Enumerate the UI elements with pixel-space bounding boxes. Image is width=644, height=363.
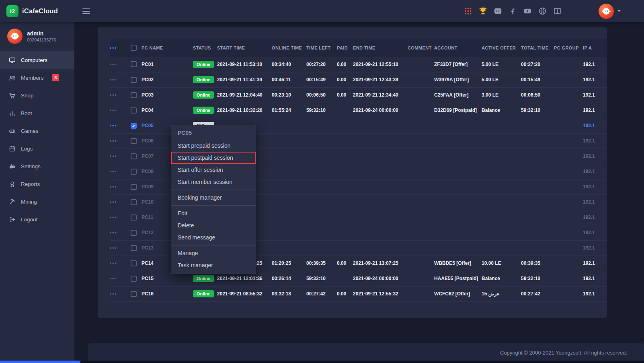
- row-actions-dots[interactable]: •••: [110, 210, 131, 225]
- cell-group: [554, 133, 583, 148]
- row-checkbox[interactable]: ✓: [131, 123, 137, 129]
- sidebar-item-logout[interactable]: Logout: [0, 210, 74, 228]
- cell-comment: [408, 118, 434, 133]
- menu-item-booking-manager[interactable]: Booking manager: [171, 192, 256, 204]
- row-checkbox[interactable]: [131, 138, 137, 144]
- col-header-active-offer[interactable]: ACTIVE OFFER: [482, 39, 521, 57]
- status-badge: Online: [193, 76, 214, 83]
- pc-row-pc04[interactable]: •••PC04Online2021-09-21 10:32:2601:55:24…: [110, 103, 607, 118]
- menu-item-send-message[interactable]: Send message: [171, 231, 256, 243]
- row-actions-dots[interactable]: •••: [110, 164, 131, 179]
- cell-end: [353, 164, 408, 179]
- row-actions-dots[interactable]: •••: [110, 271, 131, 286]
- row-actions-dots[interactable]: •••: [110, 194, 131, 210]
- user-menu[interactable]: [599, 4, 621, 19]
- col-header-pc-group[interactable]: PC GROUP: [554, 39, 583, 57]
- col-header-time-left[interactable]: TIME LEFT: [306, 39, 337, 57]
- row-actions-dots[interactable]: •••: [110, 240, 131, 256]
- col-header-end-time[interactable]: END TIME: [353, 39, 408, 57]
- cell-online_time: [272, 240, 306, 256]
- row-checkbox[interactable]: [131, 153, 137, 159]
- cell-ip: 192.1: [583, 72, 607, 87]
- col-header-comment[interactable]: COMMENT: [408, 39, 434, 57]
- row-checkbox[interactable]: [131, 214, 137, 221]
- col-header-start-time[interactable]: START TIME: [217, 39, 272, 57]
- brand[interactable]: i2 iCafeCloud: [0, 5, 74, 17]
- row-actions-dots[interactable]: •••: [110, 87, 131, 103]
- col-header-status[interactable]: STATUS: [193, 39, 217, 57]
- pc-row-pc16[interactable]: •••PC16Online2021-09-21 08:55:3203:32:18…: [110, 286, 607, 301]
- cell-time_left: 00:15:49: [306, 72, 337, 87]
- row-actions-dots[interactable]: •••: [110, 103, 131, 118]
- pc-row-pc01[interactable]: •••PC01Online2021-09-21 11:53:1000:34:40…: [110, 57, 607, 72]
- row-checkbox[interactable]: [131, 77, 137, 83]
- menu-item-task-manager[interactable]: Task manager: [171, 259, 256, 271]
- row-checkbox-cell: [131, 164, 142, 179]
- row-checkbox[interactable]: [131, 276, 137, 282]
- row-checkbox[interactable]: [131, 199, 137, 205]
- status-badge: Online: [193, 107, 214, 114]
- col-header-total-time[interactable]: TOTAL TIME: [521, 39, 554, 57]
- cell-comment: [408, 256, 434, 271]
- row-actions-dots[interactable]: •••: [110, 148, 131, 164]
- globe-icon[interactable]: [538, 7, 547, 16]
- facebook-icon[interactable]: [508, 7, 517, 16]
- discord-icon[interactable]: [493, 7, 502, 16]
- hamburger-menu-icon[interactable]: [82, 7, 90, 16]
- sidebar-item-mining[interactable]: Mining: [0, 193, 74, 210]
- row-checkbox[interactable]: [131, 245, 137, 251]
- pc-row-pc02[interactable]: •••PC02Online2021-09-21 11:41:3900:46:11…: [110, 72, 607, 87]
- menu-item-start-postpaid-session[interactable]: Start postpaid session: [171, 152, 256, 164]
- col-header-pc-name[interactable]: PC NAME: [142, 39, 193, 57]
- apps-grid-icon[interactable]: [464, 7, 472, 16]
- row-checkbox[interactable]: [131, 107, 137, 113]
- menu-item-manage[interactable]: Manage: [171, 247, 256, 259]
- col-header-account[interactable]: ACCOUNT: [434, 39, 482, 57]
- cell-ip: 192.1: [583, 210, 607, 225]
- row-checkbox[interactable]: [131, 92, 137, 98]
- sidebar-user-block[interactable]: admin 002041136276: [0, 22, 74, 51]
- row-actions-dots[interactable]: •••: [110, 256, 131, 271]
- sidebar-item-members[interactable]: Members8: [0, 69, 74, 87]
- cell-offer: [482, 148, 521, 164]
- col-header-online-time[interactable]: ONLINE TIME: [272, 39, 306, 57]
- menu-item-delete[interactable]: Delete: [171, 219, 256, 231]
- sidebar-item-computers[interactable]: Computers: [0, 51, 74, 69]
- sidebar-item-boot[interactable]: Boot: [0, 104, 74, 122]
- docs-book-icon[interactable]: [553, 7, 562, 16]
- row-actions-dots[interactable]: •••: [110, 118, 131, 133]
- header-actions-dots[interactable]: •••: [110, 39, 131, 57]
- menu-item-start-prepaid-session[interactable]: Start prepaid session: [171, 140, 256, 152]
- cell-end: 2021-09-21 12:55:32: [353, 286, 408, 301]
- menu-item-start-offer-session[interactable]: Start offer session: [171, 164, 256, 176]
- cell-comment: [408, 87, 434, 103]
- sidebar-item-reports[interactable]: Reports: [0, 175, 74, 193]
- sidebar-item-label: Members: [21, 75, 43, 81]
- row-checkbox[interactable]: [131, 169, 137, 175]
- row-checkbox[interactable]: [131, 291, 137, 297]
- row-actions-dots[interactable]: •••: [110, 72, 131, 87]
- menu-item-edit[interactable]: Edit: [171, 207, 256, 219]
- row-actions-dots[interactable]: •••: [110, 286, 131, 301]
- row-actions-dots[interactable]: •••: [110, 179, 131, 194]
- row-checkbox[interactable]: [131, 61, 137, 67]
- col-header-ip-a[interactable]: IP A: [583, 39, 607, 57]
- trophy-icon[interactable]: [478, 7, 487, 16]
- row-checkbox-cell: [131, 148, 142, 164]
- pc-row-pc03[interactable]: •••PC03Online2021-09-21 12:04:4000:23:10…: [110, 87, 607, 103]
- row-actions-dots[interactable]: •••: [110, 133, 131, 148]
- youtube-icon[interactable]: [523, 7, 532, 16]
- sidebar-item-label: Logs: [21, 146, 33, 152]
- row-actions-dots[interactable]: •••: [110, 57, 131, 72]
- select-all-checkbox[interactable]: [131, 45, 137, 51]
- menu-item-start-member-session[interactable]: Start member session: [171, 176, 256, 188]
- col-header-paid[interactable]: PAID: [337, 39, 353, 57]
- sidebar-item-games[interactable]: Games: [0, 122, 74, 140]
- row-checkbox[interactable]: [131, 260, 137, 266]
- sidebar-item-logs[interactable]: Logs: [0, 140, 74, 157]
- sidebar-item-settings[interactable]: Settings: [0, 157, 74, 175]
- sidebar-item-shop[interactable]: Shop: [0, 87, 74, 104]
- row-actions-dots[interactable]: •••: [110, 225, 131, 240]
- row-checkbox[interactable]: [131, 184, 137, 190]
- row-checkbox[interactable]: [131, 230, 137, 236]
